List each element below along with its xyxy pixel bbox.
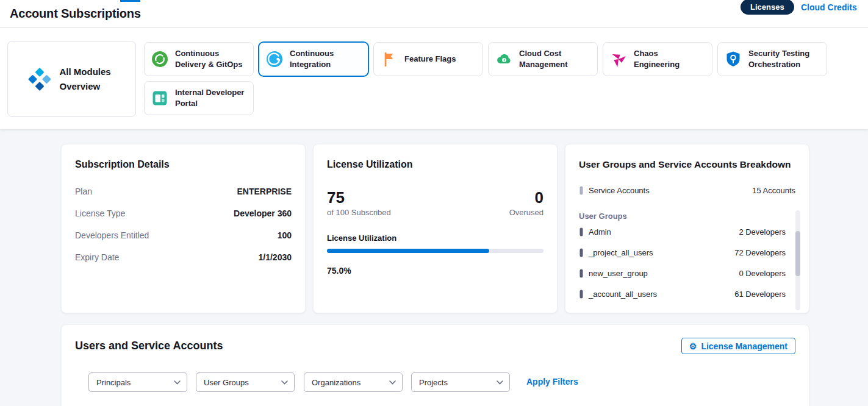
- detail-label: Plan: [75, 187, 92, 196]
- principals-filter-dropdown[interactable]: Principals: [88, 372, 187, 392]
- service-accounts-label: Service Accounts: [589, 186, 650, 195]
- account-subscriptions-page: { "header": { "title": "Account Subscrip…: [0, 0, 868, 406]
- group-row: new_user_group 0 Developers: [579, 268, 795, 279]
- user-group-icon: [579, 269, 584, 278]
- user-group-icon: [579, 248, 584, 257]
- detail-row-license-type: License Type Developer 360: [75, 208, 292, 219]
- groups-scrollbar-thumb[interactable]: [795, 231, 800, 276]
- detail-value: ENTERPRISE: [237, 187, 292, 196]
- module-label: Security Testing Orchestration: [748, 48, 820, 69]
- detail-row-developers-entitled: Developers Entitled 100: [75, 230, 292, 241]
- organizations-filter-dropdown[interactable]: Organizations: [304, 372, 403, 392]
- chevron-down-icon: [174, 380, 181, 385]
- module-selector-bar: All Modules Overview Continuous Delivery…: [0, 28, 868, 129]
- chevron-down-icon: [497, 380, 503, 385]
- chaos-icon: [609, 50, 628, 68]
- module-label: Continuous Integration: [290, 48, 362, 69]
- service-accounts-count: 15 Accounts: [752, 186, 795, 195]
- projects-filter-dropdown[interactable]: Projects: [411, 372, 510, 392]
- top-header: Account Subscriptions Licenses Cloud Cre…: [0, 0, 868, 28]
- subscribed-count: 75: [327, 188, 345, 207]
- module-card-security-testing[interactable]: Security Testing Orchestration: [717, 42, 827, 76]
- detail-value: 100: [278, 230, 292, 240]
- group-row: _account_all_users 61 Developers: [579, 289, 795, 300]
- module-label: Continuous Delivery & GitOps: [175, 48, 247, 69]
- module-card-chaos-engineering[interactable]: Chaos Engineering: [603, 42, 712, 76]
- gear-icon: ⚙: [689, 342, 697, 351]
- card-title: License Utilization: [327, 159, 412, 170]
- page-title: Account Subscriptions: [10, 7, 141, 21]
- feature-flags-icon: [380, 50, 398, 68]
- detail-value: 1/1/2030: [259, 252, 292, 262]
- overused-caption: Overused: [509, 208, 543, 217]
- detail-label: License Type: [75, 208, 125, 218]
- filter-label: Organizations: [312, 378, 360, 387]
- license-management-button[interactable]: ⚙ License Management: [681, 338, 795, 354]
- module-card-cd-gitops[interactable]: Continuous Delivery & GitOps: [144, 42, 254, 76]
- section-title: Users and Service Accounts: [75, 340, 223, 352]
- apply-filters-link[interactable]: Apply Filters: [526, 377, 578, 386]
- all-modules-logo-icon: [27, 66, 52, 92]
- cloud-credits-link[interactable]: Cloud Credits: [801, 2, 857, 12]
- group-name: new_user_group: [589, 269, 648, 278]
- module-label: Chaos Engineering: [634, 48, 706, 69]
- group-row: _project_all_users 72 Developers: [579, 248, 795, 258]
- chevron-down-icon: [389, 380, 396, 385]
- module-card-continuous-integration[interactable]: Continuous Integration: [259, 42, 368, 76]
- group-count: 2 Developers: [739, 227, 786, 237]
- group-name: _account_all_users: [589, 290, 657, 299]
- user-groups-heading: User Groups: [579, 212, 627, 221]
- group-count: 72 Developers: [734, 248, 786, 257]
- group-name: _project_all_users: [589, 248, 653, 257]
- cloud-cost-icon: [495, 50, 513, 68]
- ci-icon: [265, 50, 284, 68]
- detail-label: Developers Entitled: [75, 230, 149, 240]
- license-management-label: License Management: [701, 341, 787, 351]
- utilization-bar-track: [327, 249, 543, 253]
- detail-row-expiry-date: Expiry Date 1/1/2030: [75, 252, 292, 263]
- utilization-bar-fill: [327, 249, 489, 253]
- user-group-icon: [579, 290, 584, 299]
- user-group-icon: [579, 227, 584, 237]
- module-card-feature-flags[interactable]: Feature Flags: [373, 42, 483, 76]
- service-accounts-row: Service Accounts 15 Accounts: [579, 185, 795, 196]
- filter-label: Principals: [96, 378, 131, 387]
- sto-shield-icon: [724, 50, 742, 68]
- groups-breakdown-card: User Groups and Service Accounts Breakdo…: [565, 144, 809, 313]
- module-label: Internal Developer Portal: [175, 87, 247, 109]
- users-service-accounts-card: Users and Service Accounts ⚙ License Man…: [61, 324, 809, 406]
- group-count: 61 Developers: [734, 290, 786, 299]
- cd-gitops-icon: [151, 50, 169, 68]
- group-name: Admin: [589, 227, 611, 237]
- idp-icon: [151, 89, 169, 107]
- filter-label: User Groups: [204, 378, 249, 387]
- detail-value: Developer 360: [234, 208, 292, 218]
- detail-row-plan: Plan ENTERPRISE: [75, 187, 292, 198]
- subscription-details-card: Subscription Details Plan ENTERPRISE Lic…: [61, 144, 306, 313]
- service-account-icon: [579, 186, 584, 195]
- module-card-internal-developer-portal[interactable]: Internal Developer Portal: [144, 81, 254, 115]
- license-utilization-card: License Utilization 75 of 100 Subscribed…: [313, 144, 558, 313]
- card-title: Subscription Details: [75, 159, 170, 170]
- overused-count: 0: [535, 188, 543, 207]
- user-groups-filter-dropdown[interactable]: User Groups: [196, 372, 295, 392]
- group-count: 0 Developers: [739, 269, 786, 278]
- subscribed-caption: of 100 Subscribed: [327, 208, 391, 217]
- licenses-button[interactable]: Licenses: [741, 0, 794, 15]
- utilization-percent: 75.0%: [327, 266, 351, 276]
- module-label: Cloud Cost Management: [519, 48, 591, 69]
- detail-label: Expiry Date: [75, 252, 119, 262]
- utilization-bar-label: License Utilization: [327, 233, 396, 243]
- groups-scrollbar-track: [795, 210, 800, 310]
- module-card-cloud-cost[interactable]: Cloud Cost Management: [488, 42, 598, 76]
- filter-label: Projects: [419, 378, 448, 387]
- group-row: Admin 2 Developers: [579, 227, 795, 238]
- module-label: Feature Flags: [404, 54, 456, 65]
- card-title: User Groups and Service Accounts Breakdo…: [579, 159, 791, 170]
- chevron-down-icon: [281, 380, 288, 385]
- all-modules-overview-label: All Modules Overview: [60, 65, 117, 93]
- breadcrumb-link-cropped[interactable]: [120, 0, 140, 2]
- all-modules-overview-card[interactable]: All Modules Overview: [7, 41, 136, 117]
